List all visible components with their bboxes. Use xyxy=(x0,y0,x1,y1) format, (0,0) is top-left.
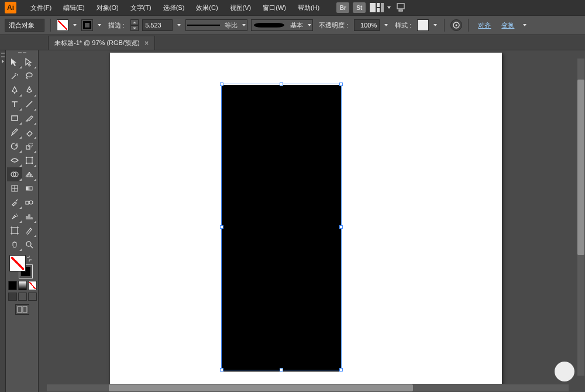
svg-rect-9 xyxy=(26,146,30,149)
hand-tool[interactable] xyxy=(7,238,22,252)
opacity-dropdown[interactable] xyxy=(383,19,389,31)
brush-definition[interactable]: 基本 xyxy=(251,19,313,31)
horizontal-scroll-thumb[interactable] xyxy=(109,384,413,391)
resize-handle-sw[interactable] xyxy=(220,368,223,372)
fill-color-swatch[interactable] xyxy=(9,255,26,271)
resize-handle-w[interactable] xyxy=(220,225,223,229)
resize-handle-nw[interactable] xyxy=(220,82,223,86)
stroke-swatch[interactable] xyxy=(81,19,93,31)
bridge-button[interactable]: Br xyxy=(336,2,349,13)
stroke-weight-dropdown[interactable] xyxy=(176,19,182,31)
variable-width-profile[interactable]: 等比 xyxy=(185,19,247,31)
pencil-tool[interactable] xyxy=(7,125,22,139)
transform-link[interactable]: 变换 xyxy=(498,19,518,31)
cursor-indicator xyxy=(555,362,574,381)
resize-handle-n[interactable] xyxy=(280,82,283,86)
vertical-scroll-thumb[interactable] xyxy=(577,80,584,255)
menu-effect[interactable]: 效果(C) xyxy=(190,0,223,15)
fill-swatch[interactable] xyxy=(57,19,68,31)
resize-handle-se[interactable] xyxy=(339,368,343,372)
options-flyout[interactable] xyxy=(521,19,528,31)
column-graph-tool[interactable] xyxy=(22,209,37,223)
resize-handle-ne[interactable] xyxy=(339,82,343,86)
free-transform-tool[interactable] xyxy=(22,153,37,167)
opacity-input[interactable]: 100% xyxy=(354,19,380,31)
document-tab[interactable]: 未标题-1* @ 97% (RGB/预览) × xyxy=(48,36,155,50)
scale-tool[interactable] xyxy=(22,139,37,153)
stock-button[interactable]: St xyxy=(353,2,366,13)
menu-edit[interactable]: 编辑(E) xyxy=(57,0,91,15)
stroke-dropdown[interactable] xyxy=(97,19,102,31)
pen-tool[interactable] xyxy=(7,83,22,97)
artboard[interactable] xyxy=(110,53,502,384)
selection-tool[interactable] xyxy=(7,55,22,69)
stroke-weight-stepper[interactable] xyxy=(130,19,139,31)
workspace xyxy=(0,50,585,392)
menu-view[interactable]: 视图(V) xyxy=(224,0,257,15)
document-title: 未标题-1* @ 97% (RGB/预览) xyxy=(54,39,140,47)
style-label: 样式 : xyxy=(393,21,414,30)
vertical-scrollbar[interactable] xyxy=(577,50,585,384)
variable-width-dropdown[interactable] xyxy=(241,19,247,31)
direct-selection-tool[interactable] xyxy=(22,55,37,69)
panel-dock-left[interactable] xyxy=(0,50,6,392)
curvature-tool[interactable] xyxy=(22,83,37,97)
shape-builder-tool[interactable] xyxy=(7,167,22,181)
svg-point-24 xyxy=(16,216,18,217)
brush-tool[interactable] xyxy=(22,111,37,125)
menu-window[interactable]: 窗口(W) xyxy=(257,0,292,15)
swap-fill-stroke-icon[interactable] xyxy=(26,255,33,262)
width-tool[interactable] xyxy=(7,153,22,167)
arrange-dropdown-icon[interactable] xyxy=(386,2,392,13)
screen-mode-full[interactable] xyxy=(18,293,27,301)
menu-object[interactable]: 对象(O) xyxy=(91,0,125,15)
variable-width-label: 等比 xyxy=(221,21,241,30)
menu-help[interactable]: 帮助(H) xyxy=(292,0,325,15)
gpu-preview-icon[interactable] xyxy=(395,2,406,13)
align-link[interactable]: 对齐 xyxy=(474,19,494,31)
horizontal-scrollbar[interactable] xyxy=(39,384,577,392)
eraser-tool[interactable] xyxy=(22,125,37,139)
resize-handle-s[interactable] xyxy=(280,368,283,372)
canvas-viewport[interactable] xyxy=(39,50,577,384)
zoom-tool[interactable] xyxy=(22,238,37,252)
fill-dropdown[interactable] xyxy=(72,19,78,31)
slice-tool[interactable] xyxy=(22,223,37,238)
rotate-tool[interactable] xyxy=(7,139,22,153)
graphic-style-dropdown[interactable] xyxy=(432,19,438,31)
graphic-style-swatch[interactable] xyxy=(417,19,429,31)
mesh-tool[interactable] xyxy=(7,181,22,195)
menu-file[interactable]: 文件(F) xyxy=(25,0,57,15)
screen-mode-normal[interactable] xyxy=(8,293,17,301)
svg-rect-25 xyxy=(12,228,18,233)
recolor-artwork-icon[interactable] xyxy=(450,19,462,31)
stroke-weight-input[interactable]: 5.523 xyxy=(142,19,173,31)
magic-wand-tool[interactable] xyxy=(7,69,22,83)
color-mode-solid[interactable] xyxy=(8,281,17,290)
draw-mode-button[interactable] xyxy=(15,304,29,315)
line-tool[interactable] xyxy=(22,97,37,111)
color-mode-gradient[interactable] xyxy=(18,281,27,290)
selection-bounding-box[interactable] xyxy=(221,84,342,370)
menu-select[interactable]: 选择(S) xyxy=(157,0,191,15)
brush-definition-dropdown[interactable] xyxy=(307,19,312,31)
lasso-tool[interactable] xyxy=(22,69,37,83)
menu-type[interactable]: 文字(T) xyxy=(125,0,157,15)
color-mode-none[interactable] xyxy=(28,281,37,290)
rectangle-tool[interactable] xyxy=(7,111,22,125)
fill-stroke-swatch[interactable] xyxy=(9,255,33,278)
artboard-tool[interactable] xyxy=(7,223,22,238)
close-tab-icon[interactable]: × xyxy=(144,39,149,47)
type-tool[interactable] xyxy=(7,97,22,111)
symbol-sprayer-tool[interactable] xyxy=(7,209,22,223)
blend-tool[interactable] xyxy=(22,195,37,209)
screen-mode-presentation[interactable] xyxy=(28,293,37,301)
app-logo: Ai xyxy=(5,2,16,13)
resize-handle-e[interactable] xyxy=(339,225,343,229)
expand-panel-icon[interactable] xyxy=(2,60,4,63)
perspective-grid-tool[interactable] xyxy=(22,167,37,181)
arrange-documents-icon[interactable] xyxy=(370,3,384,12)
eyedropper-tool[interactable] xyxy=(7,195,22,209)
svg-point-22 xyxy=(16,214,17,215)
gradient-tool[interactable] xyxy=(22,181,37,195)
